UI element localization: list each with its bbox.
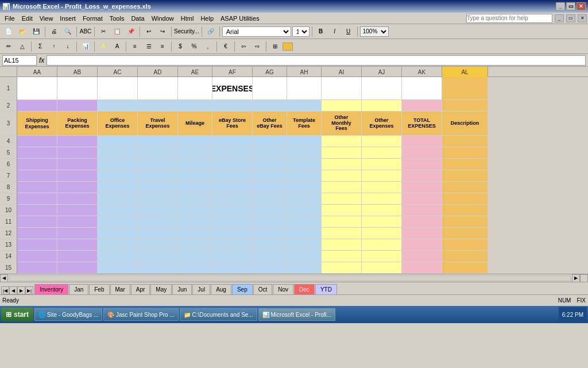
cell-al14[interactable] <box>442 251 488 262</box>
start-button[interactable]: ⊞ start <box>1 308 33 321</box>
cell-ah3[interactable]: TemplateFees <box>287 112 322 136</box>
tab-last-button[interactable]: ▶| <box>25 286 33 294</box>
cell-ae9[interactable] <box>178 193 212 205</box>
align-center-button[interactable]: ☰ <box>142 41 155 52</box>
cell-al12[interactable] <box>442 228 488 239</box>
cell-aj5[interactable] <box>362 147 402 159</box>
cell-ac13[interactable] <box>98 239 138 251</box>
col-header-ah[interactable]: AH <box>287 67 322 77</box>
cell-aa4[interactable] <box>17 136 57 147</box>
cell-ai12[interactable] <box>322 228 362 239</box>
cell-ak6[interactable] <box>402 159 442 170</box>
cell-aa10[interactable] <box>17 205 57 216</box>
percent-button[interactable]: % <box>188 41 200 52</box>
tab-next-button[interactable]: ▶ <box>17 286 25 294</box>
cell-ag10[interactable] <box>253 205 287 216</box>
cell-ag3[interactable]: OthereBay Fees <box>253 112 287 136</box>
cell-aj4[interactable] <box>362 136 402 147</box>
cell-ae15[interactable] <box>178 262 212 274</box>
menu-html[interactable]: Html <box>177 14 198 23</box>
col-header-al[interactable]: AL <box>442 67 488 77</box>
italic-button[interactable]: I <box>328 26 341 37</box>
indent-dec-button[interactable]: ⇦ <box>237 41 250 52</box>
menu-insert[interactable]: Insert <box>56 14 79 23</box>
col-header-af[interactable]: AF <box>212 67 253 77</box>
cell-ah14[interactable] <box>287 251 322 262</box>
cell-aa13[interactable] <box>17 239 57 251</box>
cell-ag15[interactable] <box>253 262 287 274</box>
taskbar-item-paintshop[interactable]: 🎨 Jasc Paint Shop Pro ... <box>103 308 179 321</box>
col-header-aa[interactable]: AA <box>17 67 57 77</box>
zoom-select[interactable]: 100% <box>360 26 389 37</box>
cell-ah12[interactable] <box>287 228 322 239</box>
cell-ag6[interactable] <box>253 159 287 170</box>
cell-ah13[interactable] <box>287 239 322 251</box>
cell-ag14[interactable] <box>253 251 287 262</box>
font-select[interactable]: Arial <box>222 26 291 37</box>
cell-ai13[interactable] <box>322 239 362 251</box>
cell-ad15[interactable] <box>138 262 178 274</box>
sheet-tab-jul[interactable]: Jul <box>192 284 210 294</box>
cell-ak3[interactable]: TOTALEXPENSES <box>402 112 442 136</box>
cell-ad9[interactable] <box>138 193 178 205</box>
cell-ai9[interactable] <box>322 193 362 205</box>
help-search[interactable] <box>466 14 552 23</box>
cell-ac7[interactable] <box>98 170 138 182</box>
cell-ad11[interactable] <box>138 216 178 228</box>
app-restore[interactable]: ▭ <box>566 14 575 22</box>
sheet-tab-aug[interactable]: Aug <box>211 284 231 294</box>
cell-ai6[interactable] <box>322 159 362 170</box>
cell-ae14[interactable] <box>178 251 212 262</box>
menu-edit[interactable]: Edit <box>18 14 36 23</box>
cell-ae2[interactable] <box>178 100 212 112</box>
cell-ak11[interactable] <box>402 216 442 228</box>
sum-button[interactable]: Σ <box>34 41 47 52</box>
cell-al4[interactable] <box>442 136 488 147</box>
cell-ac11[interactable] <box>98 216 138 228</box>
redo-button[interactable]: ↪ <box>156 26 169 37</box>
cell-ab12[interactable] <box>57 228 98 239</box>
fill-button[interactable] <box>283 43 293 51</box>
cell-ad10[interactable] <box>138 205 178 216</box>
cell-aa1[interactable] <box>17 77 57 100</box>
cell-af6[interactable] <box>212 159 253 170</box>
cell-al3[interactable]: Description <box>442 112 488 136</box>
col-header-ab[interactable]: AB <box>57 67 98 77</box>
cell-ah15[interactable] <box>287 262 322 274</box>
new-button[interactable]: 📄 <box>2 26 15 37</box>
cell-ac6[interactable] <box>98 159 138 170</box>
cell-ad12[interactable] <box>138 228 178 239</box>
tab-prev-button[interactable]: ◀ <box>9 286 17 294</box>
sheet-tab-feb[interactable]: Feb <box>89 284 109 294</box>
col-header-ak[interactable]: AK <box>402 67 442 77</box>
cell-ab14[interactable] <box>57 251 98 262</box>
sheet-tab-jun[interactable]: Jun <box>172 284 192 294</box>
cell-aa6[interactable] <box>17 159 57 170</box>
cell-ae10[interactable] <box>178 205 212 216</box>
cell-ag4[interactable] <box>253 136 287 147</box>
cell-ak15[interactable] <box>402 262 442 274</box>
cell-ae8[interactable] <box>178 182 212 193</box>
cell-ad7[interactable] <box>138 170 178 182</box>
cell-ak4[interactable] <box>402 136 442 147</box>
border-button[interactable]: ⊞ <box>269 41 281 52</box>
taskbar-item-goodybags[interactable]: 🌐 Site - GoodyBags ... <box>34 308 102 321</box>
cell-ad2[interactable] <box>138 100 178 112</box>
cell-ab9[interactable] <box>57 193 98 205</box>
cell-aa5[interactable] <box>17 147 57 159</box>
cell-ad14[interactable] <box>138 251 178 262</box>
cell-al15[interactable] <box>442 262 488 274</box>
cell-aj10[interactable] <box>362 205 402 216</box>
name-box[interactable]: AL15 <box>2 55 37 66</box>
cell-ak12[interactable] <box>402 228 442 239</box>
cell-ah2[interactable] <box>287 100 322 112</box>
col-header-aj[interactable]: AJ <box>362 67 402 77</box>
print-button[interactable]: 🖨 <box>48 26 60 37</box>
tab-first-button[interactable]: |◀ <box>1 286 9 294</box>
cell-aj13[interactable] <box>362 239 402 251</box>
cell-ak7[interactable] <box>402 170 442 182</box>
sheet-tab-oct[interactable]: Oct <box>253 284 273 294</box>
cell-ah10[interactable] <box>287 205 322 216</box>
cell-ac15[interactable] <box>98 262 138 274</box>
cell-ab7[interactable] <box>57 170 98 182</box>
